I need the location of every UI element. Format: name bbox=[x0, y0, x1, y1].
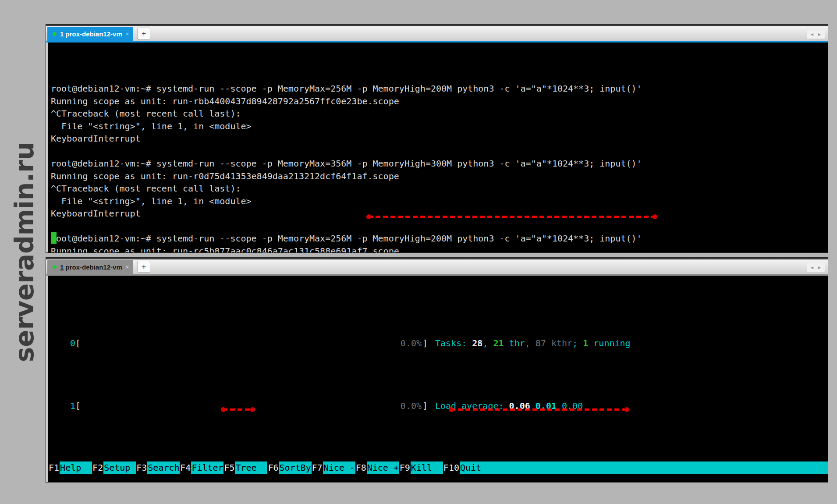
terminal-line: File "<string>", line 1, in <module> bbox=[51, 195, 828, 208]
htop-function-key-bar: F1HelpF2SetupF3SearchF4FilterF5TreeF6Sor… bbox=[48, 461, 828, 474]
fkey-f9[interactable]: F9 bbox=[399, 461, 411, 474]
tab-label: 1 prox-debian12-vm bbox=[60, 30, 122, 38]
annotation-underline-res-value bbox=[223, 408, 253, 411]
fkey-label-sortby[interactable]: SortBy bbox=[279, 461, 312, 474]
terminal-lines: root@debian12-vm:~# systemd-run --scope … bbox=[51, 82, 828, 252]
tab-number: 1 bbox=[60, 30, 64, 38]
tasks-summary: Tasks: 28, 21 thr, 87 kthr; 1 running bbox=[435, 337, 631, 350]
fkey-f5[interactable]: F5 bbox=[223, 461, 235, 474]
fkey-label-nice[interactable]: Nice - bbox=[323, 461, 355, 474]
htop-panel: 0[0.0%] Tasks: 28, 21 thr, 87 kthr; 1 ru… bbox=[46, 276, 828, 482]
fkey-f1[interactable]: F1 bbox=[48, 461, 60, 474]
tab-label: 1 prox-debian12-vm bbox=[60, 263, 122, 271]
cpu-value: 0.0% bbox=[401, 337, 422, 349]
fkey-f8[interactable]: F8 bbox=[355, 461, 367, 474]
desktop: serveradmin.ru 1 prox-debian12-vm × + ◂ … bbox=[0, 0, 837, 504]
terminal-line bbox=[51, 220, 828, 233]
terminal-line: root@debian12-vm:~# systemd-run --scope … bbox=[51, 157, 828, 170]
tab-prox-debian12-vm-top[interactable]: 1 prox-debian12-vm × bbox=[47, 27, 133, 41]
annotation-underline-python-process bbox=[450, 408, 628, 411]
watermark: serveradmin.ru bbox=[10, 129, 39, 375]
terminal-line: File "<string>", line 1, in <module> bbox=[51, 120, 828, 133]
terminal-window-top: 1 prox-debian12-vm × + ◂ ▸ root@debian12… bbox=[46, 24, 828, 253]
fkey-label-kill[interactable]: Kill bbox=[411, 461, 443, 474]
fkey-label-help[interactable]: Help bbox=[60, 461, 92, 474]
fkey-f6[interactable]: F6 bbox=[267, 461, 279, 474]
tab-close-icon[interactable]: × bbox=[126, 31, 129, 37]
fkey-label-search[interactable]: Search bbox=[147, 461, 180, 474]
terminal-line: Running scope as unit: run-rc5b877aac0c8… bbox=[51, 245, 828, 253]
fkey-f2[interactable]: F2 bbox=[92, 461, 103, 474]
terminal-line: KeyboardInterrupt bbox=[51, 132, 828, 145]
terminal-line: KeyboardInterrupt bbox=[51, 207, 828, 220]
new-tab-button[interactable]: + bbox=[137, 28, 150, 39]
terminal-line: root@debian12-vm:~# systemd-run --scope … bbox=[51, 82, 828, 95]
tab-number: 1 bbox=[60, 263, 64, 271]
fkey-f3[interactable]: F3 bbox=[136, 461, 147, 474]
tab-scroll-arrows: ◂ ▸ bbox=[807, 263, 825, 272]
terminal-output-top[interactable]: root@debian12-vm:~# systemd-run --scope … bbox=[46, 43, 828, 252]
cpu-meter-0: 0[0.0%] Tasks: 28, 21 thr, 87 kthr; 1 ru… bbox=[48, 337, 828, 350]
cpu-value: 0.0% bbox=[401, 400, 422, 412]
fkey-label-tree[interactable]: Tree bbox=[235, 461, 267, 474]
terminal-line: Running scope as unit: run-rbb4400437d89… bbox=[51, 95, 828, 108]
tab-bar-top: 1 prox-debian12-vm × + ◂ ▸ bbox=[46, 25, 828, 41]
terminal-line: ^CTraceback (most recent call last): bbox=[51, 182, 828, 195]
fkey-f10[interactable]: F10 bbox=[443, 461, 460, 474]
fkey-label-setup[interactable]: Setup bbox=[103, 461, 136, 474]
scroll-left-icon[interactable]: ◂ bbox=[811, 264, 813, 270]
fkey-f7[interactable]: F7 bbox=[312, 461, 323, 474]
cpu-meter-1: 1[0.0%] Load average: 0.06 0.01 0.00 bbox=[48, 400, 828, 412]
tab-close-icon[interactable]: × bbox=[126, 264, 129, 270]
session-status-dot bbox=[53, 265, 57, 269]
tab-bar-bottom: 1 prox-debian12-vm × + ◂ ▸ bbox=[46, 258, 828, 274]
fkey-label-nice[interactable]: Nice + bbox=[367, 461, 399, 474]
fkey-label-quit[interactable]: Quit bbox=[460, 461, 492, 474]
fkey-bar-filler bbox=[492, 461, 828, 474]
terminal-cursor bbox=[51, 232, 57, 244]
tab-prox-debian12-vm-bottom[interactable]: 1 prox-debian12-vm × bbox=[47, 260, 133, 274]
fkey-f4[interactable]: F4 bbox=[180, 461, 191, 474]
terminal-line: ^CTraceback (most recent call last): bbox=[51, 107, 828, 120]
scroll-right-icon[interactable]: ▸ bbox=[818, 31, 821, 37]
fkey-label-filter[interactable]: Filter bbox=[191, 461, 223, 474]
scroll-left-icon[interactable]: ◂ bbox=[811, 31, 813, 37]
new-tab-button[interactable]: + bbox=[137, 261, 150, 273]
session-status-dot bbox=[53, 32, 57, 36]
terminal-line: Running scope as unit: run-r0d75d41353e8… bbox=[51, 170, 828, 183]
tab-title: prox-debian12-vm bbox=[66, 263, 122, 271]
annotation-underline-command bbox=[368, 216, 656, 218]
scroll-right-icon[interactable]: ▸ bbox=[818, 264, 821, 270]
terminal-window-bottom: 1 prox-debian12-vm × + ◂ ▸ 0[0.0%] Tasks… bbox=[46, 257, 828, 483]
terminal-line bbox=[51, 145, 828, 158]
terminal-line: root@debian12-vm:~# systemd-run --scope … bbox=[51, 232, 828, 245]
tab-scroll-arrows: ◂ ▸ bbox=[807, 30, 825, 39]
cpu-id: 0 bbox=[51, 337, 75, 350]
tab-title: prox-debian12-vm bbox=[66, 30, 122, 38]
cpu-id: 1 bbox=[51, 400, 75, 412]
